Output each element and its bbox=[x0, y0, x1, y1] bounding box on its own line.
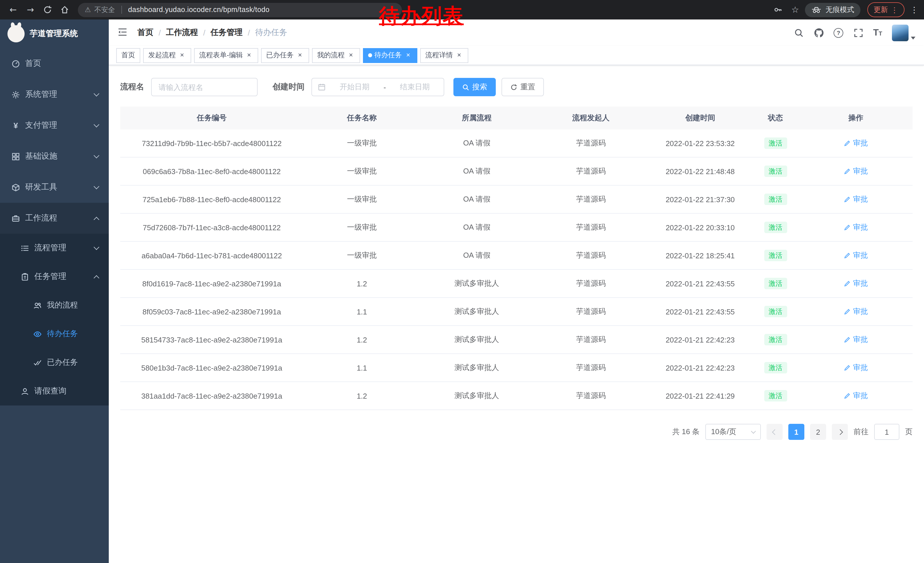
main-area: 首页 / 工作流程 / 任务管理 / 待办任务 ? bbox=[109, 20, 924, 563]
app-logo[interactable]: 芋道管理系统 bbox=[0, 20, 109, 48]
sidebar-item-todo-task[interactable]: 待办任务 bbox=[0, 320, 109, 348]
bookmark-star-icon[interactable]: ☆ bbox=[788, 2, 802, 17]
close-icon[interactable]: × bbox=[178, 51, 186, 59]
table-row[interactable]: 381aa1dd-7ac8-11ec-a9e2-a2380e71991a 1.2… bbox=[120, 382, 912, 410]
approve-link[interactable]: 审批 bbox=[844, 390, 868, 401]
search-icon bbox=[462, 83, 470, 91]
forward-icon[interactable]: → bbox=[23, 2, 38, 17]
password-key-icon[interactable] bbox=[771, 2, 786, 17]
tab-done-task[interactable]: 已办任务 × bbox=[261, 48, 309, 63]
sidebar-item-infrastructure[interactable]: 基础设施 bbox=[0, 141, 109, 172]
sidebar-toggle-icon[interactable] bbox=[117, 27, 129, 38]
approve-link[interactable]: 审批 bbox=[844, 194, 868, 204]
next-page-button[interactable] bbox=[832, 424, 848, 440]
breadcrumb-workflow[interactable]: 工作流程 bbox=[166, 27, 198, 38]
user-menu[interactable] bbox=[892, 24, 915, 41]
back-icon[interactable]: ← bbox=[6, 2, 21, 17]
sidebar-item-task-management[interactable]: 任务管理 bbox=[0, 262, 109, 291]
cell-action: 审批 bbox=[799, 306, 912, 317]
cell-created-time: 2022-01-22 23:53:32 bbox=[649, 139, 752, 147]
font-size-icon[interactable]: TT bbox=[873, 28, 882, 37]
cell-initiator: 芋道源码 bbox=[533, 390, 649, 401]
status-badge: 激活 bbox=[764, 390, 787, 401]
close-icon[interactable]: × bbox=[347, 51, 355, 59]
address-bar[interactable]: ⚠ 不安全 dashboard.yudao.iocoder.cn/bpm/tas… bbox=[78, 3, 402, 17]
search-icon[interactable] bbox=[794, 27, 804, 38]
table-row[interactable]: 8f0d1619-7ac8-11ec-a9e2-a2380e71991a 1.2… bbox=[120, 270, 912, 298]
table-row[interactable]: 725a1eb6-7b88-11ec-8ef0-acde48001122 一级审… bbox=[120, 186, 912, 214]
table-row[interactable]: 8f059c03-7ac8-11ec-a9e2-a2380e71991a 1.1… bbox=[120, 298, 912, 326]
approve-link[interactable]: 审批 bbox=[844, 138, 868, 148]
approve-link[interactable]: 审批 bbox=[844, 306, 868, 317]
table-row[interactable]: a6aba0a4-7b6d-11ec-b781-acde48001122 一级审… bbox=[120, 242, 912, 270]
sidebar-item-system[interactable]: 系统管理 bbox=[0, 79, 109, 110]
close-icon[interactable]: × bbox=[455, 51, 463, 59]
page-size-select[interactable]: 10条/页 bbox=[705, 424, 761, 440]
sidebar-item-dev-tools[interactable]: 研发工具 bbox=[0, 172, 109, 203]
process-name-input[interactable] bbox=[151, 78, 258, 96]
date-range-picker[interactable]: 开始日期 - 结束日期 bbox=[311, 78, 444, 96]
approve-link[interactable]: 审批 bbox=[844, 278, 868, 289]
sidebar-item-label: 首页 bbox=[25, 59, 41, 69]
cell-status: 激活 bbox=[752, 165, 799, 177]
sidebar-item-payment[interactable]: ¥ 支付管理 bbox=[0, 110, 109, 141]
approve-link[interactable]: 审批 bbox=[844, 335, 868, 345]
browser-menu-icon[interactable]: ⋮ bbox=[910, 5, 918, 14]
breadcrumb-home[interactable]: 首页 bbox=[137, 27, 153, 38]
home-icon[interactable] bbox=[57, 2, 72, 17]
approve-link[interactable]: 审批 bbox=[844, 250, 868, 261]
sidebar-item-done-task[interactable]: 已办任务 bbox=[0, 348, 109, 377]
sidebar-item-leave-query[interactable]: 请假查询 bbox=[0, 377, 109, 405]
fullscreen-icon[interactable] bbox=[853, 27, 863, 38]
close-icon[interactable]: × bbox=[404, 51, 412, 59]
chevron-down-icon bbox=[94, 153, 99, 158]
approve-link[interactable]: 审批 bbox=[844, 166, 868, 176]
help-icon[interactable]: ? bbox=[834, 28, 843, 38]
close-icon[interactable]: × bbox=[245, 51, 253, 59]
github-icon[interactable] bbox=[813, 27, 824, 38]
approve-link[interactable]: 审批 bbox=[844, 363, 868, 373]
reload-icon[interactable] bbox=[40, 2, 55, 17]
tab-process-form-edit[interactable]: 流程表单-编辑 × bbox=[194, 48, 258, 63]
table-row[interactable]: 069c6a63-7b8a-11ec-8ef0-acde48001122 一级审… bbox=[120, 158, 912, 186]
cell-process: OA 请假 bbox=[420, 138, 533, 148]
sidebar-item-home[interactable]: 首页 bbox=[0, 48, 109, 79]
goto-page-input[interactable] bbox=[874, 424, 899, 440]
cell-status: 激活 bbox=[752, 362, 799, 374]
cell-status: 激活 bbox=[752, 334, 799, 345]
table-row[interactable]: 580e1b3d-7ac8-11ec-a9e2-a2380e71991a 1.1… bbox=[120, 354, 912, 382]
approve-link[interactable]: 审批 bbox=[844, 222, 868, 233]
tab-start-process[interactable]: 发起流程 × bbox=[143, 48, 191, 63]
search-button[interactable]: 搜索 bbox=[453, 78, 496, 96]
header-task-name: 任务名称 bbox=[303, 113, 420, 123]
start-date-placeholder: 开始日期 bbox=[332, 82, 378, 92]
cell-task-name: 1.2 bbox=[303, 335, 420, 344]
tab-label: 我的流程 bbox=[317, 50, 345, 60]
breadcrumb-task-management[interactable]: 任务管理 bbox=[211, 27, 243, 38]
address-divider bbox=[122, 6, 122, 14]
cell-task-name: 一级审批 bbox=[303, 194, 420, 204]
close-icon[interactable]: × bbox=[296, 51, 304, 59]
tab-home[interactable]: 首页 bbox=[116, 48, 140, 63]
page-button-1[interactable]: 1 bbox=[788, 424, 804, 440]
prev-page-button[interactable] bbox=[766, 424, 783, 440]
page-button-2[interactable]: 2 bbox=[810, 424, 826, 440]
page-content: 流程名 创建时间 开始日期 - 结束日期 搜索 重 bbox=[109, 65, 924, 563]
cell-task-name: 一级审批 bbox=[303, 166, 420, 176]
table-row[interactable]: 58154733-7ac8-11ec-a9e2-a2380e71991a 1.2… bbox=[120, 326, 912, 354]
status-badge: 激活 bbox=[764, 334, 787, 345]
table-row[interactable]: 75d72608-7b7f-11ec-a3c8-acde48001122 一级审… bbox=[120, 214, 912, 242]
cell-action: 审批 bbox=[799, 335, 912, 345]
sidebar-item-process-management[interactable]: 流程管理 bbox=[0, 234, 109, 262]
table-row[interactable]: 73211d9d-7b9b-11ec-b5b7-acde48001122 一级审… bbox=[120, 129, 912, 158]
double-check-icon bbox=[33, 358, 42, 367]
cube-icon bbox=[12, 183, 20, 192]
update-chip[interactable]: 更新 ⋮ bbox=[867, 2, 904, 17]
edit-icon bbox=[844, 336, 851, 343]
sidebar-item-my-process[interactable]: 我的流程 bbox=[0, 291, 109, 320]
tab-my-process[interactable]: 我的流程 × bbox=[312, 48, 360, 63]
reset-button[interactable]: 重置 bbox=[501, 78, 544, 96]
sidebar-item-workflow[interactable]: 工作流程 bbox=[0, 203, 109, 234]
tab-process-detail[interactable]: 流程详情 × bbox=[420, 48, 468, 63]
tab-todo-task[interactable]: 待办任务 × bbox=[363, 48, 417, 63]
